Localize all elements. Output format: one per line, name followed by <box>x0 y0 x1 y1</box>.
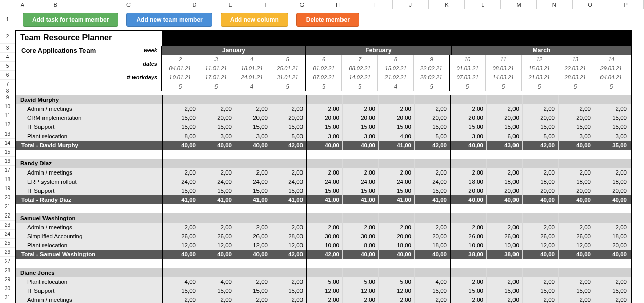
row-header-cell[interactable]: 11 <box>0 111 15 120</box>
value-cell[interactable]: 40,00 <box>451 195 487 204</box>
value-cell[interactable]: 2,00 <box>451 168 487 177</box>
value-cell[interactable]: 15,00 <box>199 122 235 132</box>
row-header-cell[interactable]: 20 <box>0 193 15 202</box>
header-cell[interactable]: 11 <box>486 55 522 64</box>
value-cell[interactable]: 30,00 <box>307 232 343 241</box>
col-header-cell[interactable]: A <box>15 0 30 9</box>
value-cell[interactable]: 15,00 <box>487 286 523 295</box>
value-cell[interactable]: 41,00 <box>343 195 379 204</box>
value-cell[interactable]: 40,00 <box>559 250 594 259</box>
value-cell[interactable]: 15,00 <box>523 122 559 132</box>
value-cell[interactable]: 24,00 <box>235 177 271 186</box>
value-cell[interactable]: 15,00 <box>379 186 415 195</box>
value-cell[interactable]: 5,00 <box>523 132 559 141</box>
col-header-cell[interactable]: D <box>177 0 213 9</box>
header-cell[interactable]: 5 <box>342 82 378 91</box>
value-cell[interactable]: 26,00 <box>235 232 271 241</box>
header-cell[interactable]: 5 <box>414 82 450 91</box>
value-cell[interactable]: 40,00 <box>451 141 487 150</box>
value-cell[interactable]: 18,00 <box>559 177 594 186</box>
value-cell[interactable]: 15,00 <box>235 186 271 195</box>
value-cell[interactable]: 5,00 <box>343 277 379 286</box>
value-cell[interactable]: 42,00 <box>415 141 451 150</box>
value-cell[interactable]: 15,00 <box>415 122 451 132</box>
value-cell[interactable]: 2,00 <box>379 104 415 113</box>
value-cell[interactable]: 40,00 <box>559 195 594 204</box>
value-cell[interactable]: 5,00 <box>307 277 343 286</box>
value-cell[interactable]: 40,00 <box>163 250 199 259</box>
value-cell[interactable]: 24,00 <box>163 177 199 186</box>
value-cell[interactable]: 2,00 <box>199 104 235 113</box>
value-cell[interactable]: 4,00 <box>163 277 199 286</box>
value-cell[interactable]: 41,00 <box>415 195 451 204</box>
value-cell[interactable]: 2,00 <box>199 223 235 232</box>
value-cell[interactable]: 42,00 <box>271 250 307 259</box>
value-cell[interactable]: 41,00 <box>235 195 271 204</box>
row-header-cell[interactable]: 12 <box>0 120 15 129</box>
value-cell[interactable]: 2,00 <box>523 168 559 177</box>
value-cell[interactable]: 40,00 <box>523 195 559 204</box>
value-cell[interactable]: 40,00 <box>594 250 630 259</box>
value-cell[interactable]: 2,00 <box>415 168 451 177</box>
value-cell[interactable]: 2,00 <box>415 104 451 113</box>
value-cell[interactable]: 8,00 <box>163 132 199 141</box>
value-cell[interactable]: 42,00 <box>271 141 307 150</box>
value-cell[interactable]: 2,00 <box>343 223 379 232</box>
value-cell[interactable]: 20,00 <box>379 232 415 241</box>
value-cell[interactable]: 10,00 <box>487 241 523 250</box>
value-cell[interactable]: 15,00 <box>594 286 630 295</box>
row-header-cell[interactable]: 6 <box>0 71 15 80</box>
header-cell[interactable]: 24.01.21 <box>234 73 270 82</box>
value-cell[interactable]: 15,00 <box>559 286 594 295</box>
value-cell[interactable]: 15,00 <box>379 122 415 132</box>
value-cell[interactable]: 2,00 <box>451 104 487 113</box>
value-cell[interactable]: 18,00 <box>523 177 559 186</box>
value-cell[interactable]: 18,00 <box>487 177 523 186</box>
value-cell[interactable]: 2,00 <box>594 104 630 113</box>
row-header-cell[interactable]: 29 <box>0 275 15 284</box>
value-cell[interactable]: 40,00 <box>343 250 379 259</box>
header-cell[interactable]: 28.03.21 <box>557 73 593 82</box>
value-cell[interactable]: 15,00 <box>163 122 199 132</box>
value-cell[interactable]: 2,00 <box>487 277 523 286</box>
header-cell[interactable]: 08.02.21 <box>342 64 378 73</box>
col-header-cell[interactable]: K <box>429 0 465 9</box>
value-cell[interactable]: 41,00 <box>307 195 343 204</box>
value-cell[interactable]: 40,00 <box>343 141 379 150</box>
value-cell[interactable]: 20,00 <box>487 186 523 195</box>
value-cell[interactable]: 2,00 <box>379 295 415 303</box>
value-cell[interactable]: 2,00 <box>451 223 487 232</box>
value-cell[interactable]: 15,00 <box>199 186 235 195</box>
header-cell[interactable]: 21.03.21 <box>522 73 557 82</box>
value-cell[interactable]: 15,00 <box>307 122 343 132</box>
value-cell[interactable]: 2,00 <box>487 104 523 113</box>
value-cell[interactable]: 26,00 <box>163 232 199 241</box>
header-cell[interactable]: 29.03.21 <box>593 64 629 73</box>
value-cell[interactable]: 20,00 <box>199 113 235 122</box>
col-header-cell[interactable]: I <box>356 0 393 9</box>
header-cell[interactable]: 14.03.21 <box>486 73 522 82</box>
value-cell[interactable]: 15,00 <box>594 122 630 132</box>
header-cell[interactable]: 08.03.21 <box>486 64 522 73</box>
value-cell[interactable]: 12,00 <box>163 241 199 250</box>
header-cell[interactable]: 5 <box>306 82 342 91</box>
value-cell[interactable]: 18,00 <box>415 241 451 250</box>
value-cell[interactable]: 40,00 <box>235 141 271 150</box>
row-header-cell[interactable]: 21 <box>0 202 15 211</box>
value-cell[interactable]: 2,00 <box>235 277 271 286</box>
value-cell[interactable]: 15,00 <box>163 113 199 122</box>
value-cell[interactable]: 43,00 <box>487 141 523 150</box>
value-cell[interactable]: 2,00 <box>594 168 630 177</box>
header-cell[interactable]: 31.01.21 <box>270 73 306 82</box>
header-cell[interactable]: 11.01.21 <box>198 64 234 73</box>
value-cell[interactable]: 12,00 <box>235 241 271 250</box>
value-cell[interactable]: 15,00 <box>199 286 235 295</box>
col-header-cell[interactable]: O <box>573 0 609 9</box>
col-header-cell[interactable]: N <box>537 0 573 9</box>
header-cell[interactable]: 9 <box>414 55 450 64</box>
value-cell[interactable]: 12,00 <box>271 241 307 250</box>
value-cell[interactable]: 41,00 <box>379 141 415 150</box>
col-header-cell[interactable]: P <box>608 0 644 9</box>
value-cell[interactable]: 2,00 <box>271 223 307 232</box>
value-cell[interactable]: 40,00 <box>199 250 235 259</box>
